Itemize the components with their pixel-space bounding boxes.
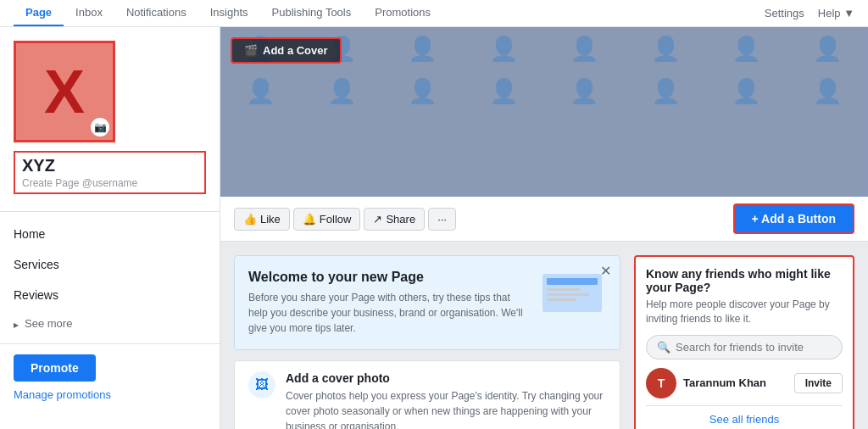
friend-name: Tarannum Khan <box>683 376 787 389</box>
add-cover-button[interactable]: 🎬 Add a Cover <box>231 37 342 64</box>
welcome-title: Welcome to your new Page <box>248 270 528 285</box>
manage-promotions[interactable]: Manage promotions <box>14 388 206 401</box>
nav-item-inbox[interactable]: Inbox <box>64 0 114 26</box>
friends-panel-title: Know any friends who might like your Pag… <box>646 267 843 294</box>
main-content: 👤 👤 👤 👤 👤 👤 👤 👤 👤 👤 👤 👤 👤 👤 👤 👤 🎬 <box>220 27 868 429</box>
cover-bg-icon-9: 👤 <box>220 70 302 112</box>
content-area: ✕ Welcome to your new Page Before you sh… <box>220 242 868 429</box>
sidebar: X 📷 XYZ Create Page @username Home Servi… <box>0 27 220 429</box>
sidebar-nav-reviews[interactable]: Reviews <box>0 280 220 310</box>
add-button-cta[interactable]: + Add a Button <box>733 203 854 234</box>
profile-avatar: X 📷 <box>14 41 115 142</box>
follow-button[interactable]: 🔔 Follow <box>293 208 361 231</box>
step-add-cover: 🖼 Add a cover photo Cover photos help yo… <box>234 360 620 429</box>
action-bar-left: 👍 Like 🔔 Follow ↗ Share ··· <box>234 208 456 231</box>
sidebar-nav: Home Services Reviews See more <box>0 212 220 343</box>
nav-item-promotions[interactable]: Promotions <box>363 0 442 26</box>
follow-icon: 🔔 <box>303 213 316 226</box>
invite-button[interactable]: Invite <box>794 373 843 393</box>
cover-bg-icon-14: 👤 <box>626 70 707 112</box>
top-nav: Page Inbox Notifications Insights Publis… <box>0 0 868 27</box>
main-left-column: ✕ Welcome to your new Page Before you sh… <box>234 255 620 429</box>
cover-bg-icon-8: 👤 <box>787 27 869 70</box>
page-name-box: XYZ Create Page @username <box>14 151 206 194</box>
welcome-panel-close-button[interactable]: ✕ <box>600 263 611 279</box>
cover-bg-icon-5: 👤 <box>544 27 626 70</box>
camera-icon[interactable]: 📷 <box>91 118 109 136</box>
nav-item-publishing-tools[interactable]: Publishing Tools <box>260 0 364 26</box>
friends-panel: Know any friends who might like your Pag… <box>634 255 854 429</box>
cover-bg-icon-10: 👤 <box>302 70 383 112</box>
cover-bg-icon-6: 👤 <box>626 27 707 70</box>
welcome-text: Before you share your Page with others, … <box>248 290 528 336</box>
nav-right: Settings Help ▼ <box>765 7 854 20</box>
sidebar-nav-home[interactable]: Home <box>0 219 220 249</box>
step-cover-text: Cover photos help you express your Page'… <box>286 388 606 429</box>
svg-rect-1 <box>547 278 598 285</box>
avatar-letter: X <box>44 61 85 122</box>
cover-bg-icon-11: 👤 <box>382 70 464 112</box>
profile-section: X 📷 XYZ Create Page @username <box>0 27 220 212</box>
friends-panel-text: Help more people discover your Page by i… <box>646 298 843 326</box>
see-more-icon <box>14 317 21 330</box>
cover-bg-icon-15: 👤 <box>706 70 787 112</box>
nav-item-notifications[interactable]: Notifications <box>114 0 198 26</box>
cover-bg-icon-12: 👤 <box>464 70 545 112</box>
promote-section: Promote Manage promotions <box>0 343 220 411</box>
page-name: XYZ <box>22 156 198 176</box>
cover-bg-icon-3: 👤 <box>382 27 464 70</box>
sidebar-nav-services[interactable]: Services <box>0 249 220 280</box>
see-more[interactable]: See more <box>0 310 220 337</box>
share-button[interactable]: ↗ Share <box>364 208 425 231</box>
friends-search-box[interactable]: 🔍 <box>646 335 843 359</box>
action-bar: 👍 Like 🔔 Follow ↗ Share ··· + Add a Butt… <box>220 197 868 242</box>
promote-button[interactable]: Promote <box>14 354 96 382</box>
thumbs-up-icon: 👍 <box>243 213 257 226</box>
see-all-friends[interactable]: See all friends <box>646 405 843 426</box>
step-cover-content: Add a cover photo Cover photos help you … <box>286 371 606 429</box>
step-cover-icon: 🖼 <box>248 371 275 398</box>
cover-bg-icon-7: 👤 <box>706 27 787 70</box>
step-cover-title: Add a cover photo <box>286 371 606 385</box>
friend-row: T Tarannum Khan Invite <box>646 368 843 398</box>
svg-rect-3 <box>547 293 589 296</box>
share-icon: ↗ <box>373 213 382 226</box>
search-icon: 🔍 <box>657 341 670 354</box>
nav-item-insights[interactable]: Insights <box>198 0 260 26</box>
svg-rect-4 <box>547 298 576 301</box>
main-layout: X 📷 XYZ Create Page @username Home Servi… <box>0 27 868 429</box>
svg-rect-2 <box>547 288 581 291</box>
right-panel: Know any friends who might like your Pag… <box>634 255 854 429</box>
settings-link[interactable]: Settings <box>765 7 804 20</box>
friend-avatar: T <box>646 368 676 398</box>
friends-search-input[interactable] <box>676 341 832 354</box>
cover-bg-icon-16: 👤 <box>787 70 869 112</box>
page-username[interactable]: Create Page @username <box>22 177 198 189</box>
nav-item-page[interactable]: Page <box>14 0 64 26</box>
more-button[interactable]: ··· <box>428 208 456 231</box>
cover-photo: 👤 👤 👤 👤 👤 👤 👤 👤 👤 👤 👤 👤 👤 👤 👤 👤 🎬 <box>220 27 868 197</box>
like-button[interactable]: 👍 Like <box>234 208 290 231</box>
cover-bg-icon-4: 👤 <box>464 27 545 70</box>
welcome-illustration <box>538 270 606 320</box>
nav-items: Page Inbox Notifications Insights Publis… <box>14 0 765 26</box>
video-icon: 🎬 <box>244 44 258 57</box>
welcome-panel: ✕ Welcome to your new Page Before you sh… <box>234 255 620 350</box>
cover-bg-icon-13: 👤 <box>544 70 626 112</box>
help-link[interactable]: Help ▼ <box>818 7 854 20</box>
